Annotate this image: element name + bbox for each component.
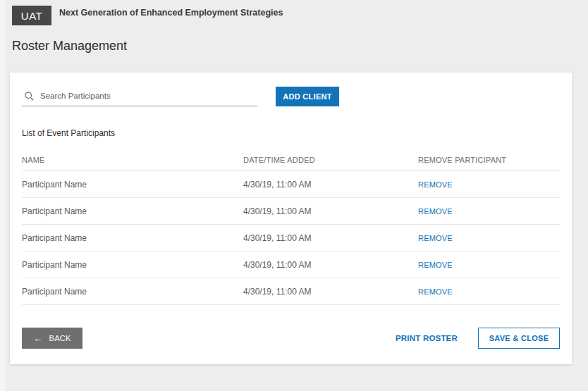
search-icon: [25, 92, 34, 101]
table-header-row: NAME DATE/TIME ADDED REMOVE PARTICIPANT: [22, 149, 560, 171]
table-row: Participant Name 4/30/19, 11:00 AM REMOV…: [22, 198, 560, 225]
toolbar: ADD CLIENT: [22, 87, 560, 106]
date-added: 4/30/19, 11:00 AM: [243, 260, 418, 270]
participant-name: Participant Name: [22, 287, 243, 297]
remove-link[interactable]: REMOVE: [418, 180, 453, 189]
remove-link[interactable]: REMOVE: [418, 261, 453, 269]
table-row: Participant Name 4/30/19, 11:00 AM REMOV…: [22, 225, 560, 252]
participant-name: Participant Name: [22, 233, 243, 243]
table-row: Participant Name 4/30/19, 11:00 AM REMOV…: [22, 171, 560, 198]
roster-card: ADD CLIENT List of Event Participants NA…: [10, 73, 572, 364]
add-client-button[interactable]: ADD CLIENT: [276, 87, 339, 106]
search-box: [22, 88, 257, 106]
left-gutter: [0, 0, 6, 391]
date-added: 4/30/19, 11:00 AM: [243, 233, 418, 243]
participant-name: Participant Name: [22, 206, 243, 216]
search-input[interactable]: [40, 92, 256, 100]
table-row: Participant Name 4/30/19, 11:00 AM REMOV…: [22, 252, 560, 278]
participant-name: Participant Name: [22, 180, 243, 190]
app-title: Next Generation of Enhanced Employment S…: [59, 8, 283, 18]
participant-name: Participant Name: [22, 260, 243, 270]
back-button-label: BACK: [49, 334, 71, 342]
remove-link[interactable]: REMOVE: [418, 207, 453, 216]
back-button[interactable]: ← BACK: [22, 328, 82, 349]
save-close-button[interactable]: SAVE & CLOSE: [478, 328, 560, 349]
remove-link[interactable]: REMOVE: [418, 287, 453, 296]
footer-actions: PRINT ROSTER SAVE & CLOSE: [396, 328, 560, 349]
date-added: 4/30/19, 11:00 AM: [243, 287, 418, 297]
remove-link[interactable]: REMOVE: [418, 234, 453, 242]
participants-table: NAME DATE/TIME ADDED REMOVE PARTICIPANT …: [22, 149, 560, 305]
col-header-date: DATE/TIME ADDED: [243, 156, 418, 164]
back-arrow-icon: ←: [33, 334, 42, 343]
card-footer: ← BACK PRINT ROSTER SAVE & CLOSE: [22, 328, 560, 349]
page-title: Roster Management: [12, 39, 588, 54]
list-label: List of Event Participants: [22, 128, 560, 138]
date-added: 4/30/19, 11:00 AM: [243, 180, 418, 190]
environment-badge: UAT: [12, 6, 51, 25]
table-row: Participant Name 4/30/19, 11:00 AM REMOV…: [22, 278, 560, 305]
print-roster-link[interactable]: PRINT ROSTER: [396, 334, 458, 342]
app-header: UAT Next Generation of Enhanced Employme…: [0, 0, 588, 25]
col-header-name: NAME: [22, 156, 243, 164]
table-body: Participant Name 4/30/19, 11:00 AM REMOV…: [22, 171, 560, 305]
col-header-remove: REMOVE PARTICIPANT: [418, 156, 560, 164]
date-added: 4/30/19, 11:00 AM: [243, 206, 418, 216]
